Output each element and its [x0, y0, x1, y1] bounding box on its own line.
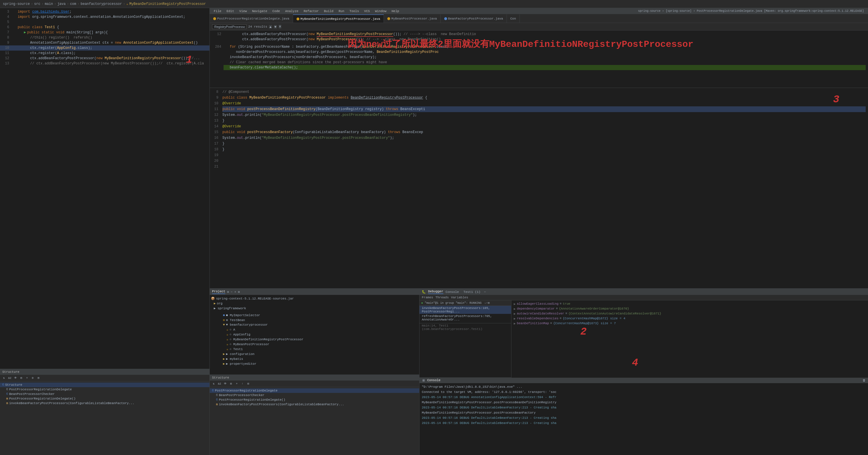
tree-configuration[interactable]: ▶ ▶ configuration: [210, 352, 419, 356]
menu-refactor[interactable]: Refactor: [301, 9, 321, 13]
tree-mybeanpost[interactable]: ☕ ○ MyBeanPostProcessor: [210, 342, 419, 346]
var-allow-eager[interactable]: ▶ allowEagerClassLoading = true: [512, 302, 868, 306]
middle-code-area[interactable]: 12 ctx.addBeanFactoryPostProcessor(new M…: [210, 30, 868, 88]
right-code-editor[interactable]: 8 9 10 11 12 13 14 15 16 17 18 19 20 21: [210, 88, 868, 288]
tb-alpha[interactable]: az: [217, 382, 222, 386]
struct-ppr-delegate[interactable]: © PostProcessorRegistrationDelegate(): [210, 397, 419, 402]
struct-label-registration: BeanPostProcessorChecker: [9, 392, 55, 396]
toolbar-btn-sort[interactable]: ⇅: [2, 376, 6, 380]
tree-spring-source[interactable]: 📦 spring-context-5.1.12.RELEASE-sources.…: [210, 296, 419, 301]
tree-appconfig[interactable]: ☕ ○ AppConfig: [210, 332, 419, 337]
menu-help[interactable]: Help: [389, 9, 401, 13]
toolbar-btn-settings[interactable]: ⚙: [30, 376, 35, 380]
struct-item-delegate[interactable]: © Structure: [0, 383, 210, 387]
breadcrumb-beanfactoryprocessor[interactable]: beanfactoryprocessor: [81, 2, 122, 6]
menu-file[interactable]: File: [212, 9, 223, 13]
menu-analyze[interactable]: Analyze: [283, 9, 301, 13]
tree-bfp-arrow: ▼: [223, 323, 225, 327]
collapse-btn[interactable]: −: [231, 290, 233, 294]
run-arrows[interactable]: ↓↑⊞: [485, 302, 490, 305]
tb-inherit[interactable]: ↑: [240, 382, 245, 386]
line-content-4: import org.springframework.context.annot…: [11, 14, 210, 20]
tree-mybeandef-reg[interactable]: ☕ ○ MyBeanDefinitionRegistryPostProcesso…: [210, 337, 419, 342]
console-tab[interactable]: Console: [446, 290, 459, 294]
toolbar-btn-visibility[interactable]: 👁: [13, 376, 18, 380]
var-resolvable[interactable]: ▶ resolvableDependencies = {ConcurrentHa…: [512, 316, 868, 321]
console-header-text[interactable]: Console: [427, 378, 440, 382]
breadcrumb-spring-source[interactable]: spring-source: [3, 2, 30, 6]
var-autowire[interactable]: ▶ autowireCandidateResolver = {ContextAn…: [512, 311, 868, 316]
menu-navigate[interactable]: Navigate: [250, 9, 270, 13]
gear-btn[interactable]: ⚙: [238, 290, 240, 294]
menu-window[interactable]: Window: [373, 9, 389, 13]
breadcrumb-main[interactable]: main: [45, 2, 53, 6]
tree-myimport[interactable]: ■ ■ MyImportSelector: [210, 313, 419, 317]
tree-prop-arrow: ▶: [223, 362, 225, 366]
console-clear[interactable]: 🗑: [863, 378, 866, 382]
struct-item-invoke[interactable]: m invokeBeanFactoryPostProcessors(Config…: [0, 401, 210, 405]
settings-gear[interactable]: ⚙: [227, 290, 229, 294]
tab-mybeanpost[interactable]: MyBeanPostProcessor.java: [384, 14, 440, 23]
line-num-10: 10: [0, 46, 11, 51]
tb-expand2[interactable]: ⊞: [246, 382, 251, 386]
tree-a[interactable]: ☕ ○ A: [210, 327, 419, 332]
search-next-btn[interactable]: ▼: [274, 25, 277, 28]
tb-vis[interactable]: 👁: [223, 382, 227, 386]
tree-propeditor[interactable]: ▶ ▶ propertyeditor: [210, 361, 419, 366]
struct-post-proc[interactable]: © PostProcessorRegistrationDelegate: [210, 388, 419, 393]
menu-edit[interactable]: Edit: [224, 9, 236, 13]
debugger-tab[interactable]: Debugger: [428, 290, 443, 294]
tb-exp[interactable]: +: [235, 382, 239, 386]
breadcrumb-com[interactable]: com: [70, 2, 76, 6]
menu-run[interactable]: Run: [336, 9, 346, 13]
menu-vcs[interactable]: VCS: [362, 9, 372, 13]
struct-item-checker[interactable]: © PostProcessorRegistrationDelegate: [0, 387, 210, 392]
struct-bp-checker[interactable]: © BeanPostProcessorChecker: [210, 393, 419, 397]
tree-beanfactory-folder[interactable]: ▼ ▼ beanfactoryprocessor: [210, 323, 419, 327]
tree-test1[interactable]: ☕ ○ Test1: [210, 346, 419, 352]
tab-postprocessor-delegate[interactable]: PostProcessorRegistrationDelegate.java: [210, 14, 293, 23]
frame-invoke-post[interactable]: invokeBeanFactoryPostProcessors:185, Pos…: [420, 306, 511, 314]
toolbar-btn-alpha[interactable]: az: [7, 376, 12, 380]
tree-org-item[interactable]: ▶ org: [210, 301, 419, 306]
menu-view[interactable]: View: [237, 9, 249, 13]
breadcrumb-active-file[interactable]: MyBeanDefinitionRegistryPostProcessor: [129, 2, 206, 6]
tb-grid[interactable]: ⊞: [229, 382, 233, 386]
debug-run-btn[interactable]: Test1 (1): [463, 290, 480, 294]
toolbar-btn-expand[interactable]: +: [25, 376, 29, 380]
menu-tools[interactable]: Tools: [347, 9, 361, 13]
tab-con[interactable]: Con: [507, 14, 520, 23]
menu-build[interactable]: Build: [321, 9, 336, 13]
bottom-area: Project ⚙ − + ⚙ 📦 spring-context-5.1.12.…: [210, 288, 868, 455]
frame-refresh[interactable]: refreshBeanFactoryPostProcessors:705, An…: [420, 314, 511, 322]
tree-spring-item[interactable]: ▶ springframework: [210, 306, 419, 311]
breadcrumb-src[interactable]: src: [34, 2, 40, 6]
tree-testbean[interactable]: ⊕ ⊕ TestBean: [210, 317, 419, 323]
threads-tab[interactable]: Threads: [436, 296, 449, 299]
search-prev-btn[interactable]: ▲: [269, 25, 272, 28]
frames-panel: ● "main"@1 in group "main": RUNNING ↓↑⊞ …: [420, 300, 512, 378]
frames-tab[interactable]: Frames: [422, 296, 433, 299]
search-input[interactable]: [212, 24, 247, 29]
breadcrumb-java[interactable]: java: [58, 2, 66, 6]
console-line-2: 2023-05-14 00:57:16 DEBUG AnnotationConf…: [422, 395, 866, 400]
tab-mybeandef[interactable]: MyBeanDefinitionRegistryPostProcessor.ja…: [293, 14, 384, 23]
left-code-editor[interactable]: 3 import com.baizhiedu.User; 4 import or…: [0, 8, 210, 369]
struct-invoke-bean[interactable]: m invokeBeanFactoryPostProcessors(Config…: [210, 402, 419, 407]
struct-item-constructor[interactable]: m PostProcessorRegistrationDelegate(): [0, 396, 210, 401]
menu-code[interactable]: Code: [270, 9, 282, 13]
tab-beanfactory[interactable]: BeanFactoryPostProcessor.java: [441, 14, 507, 23]
struct-item-registration[interactable]: © BeanPostProcessorChecker: [0, 392, 210, 396]
search-close-btn[interactable]: ✕: [279, 25, 281, 28]
var-dep-comp[interactable]: ▶ dependencyComparator = {AnnotationAwar…: [512, 306, 868, 311]
variables-tab[interactable]: Variables: [451, 296, 468, 299]
var-bean-def-map[interactable]: ▶ beanDefinitionMap = {ConcurrentHashMap…: [512, 321, 868, 326]
toolbar-btn-gear2[interactable]: ⊞: [36, 376, 41, 380]
toolbar-btn-filter[interactable]: ⊞: [19, 376, 24, 380]
run-dot: ●: [421, 302, 423, 305]
project-tab[interactable]: Project: [212, 290, 225, 294]
debug-minus[interactable]: −: [484, 290, 486, 294]
tb-sort[interactable]: ⇅: [212, 382, 216, 386]
expand-btn[interactable]: +: [234, 290, 236, 294]
tree-mybatis[interactable]: ▶ ▶ mybatis: [210, 356, 419, 361]
